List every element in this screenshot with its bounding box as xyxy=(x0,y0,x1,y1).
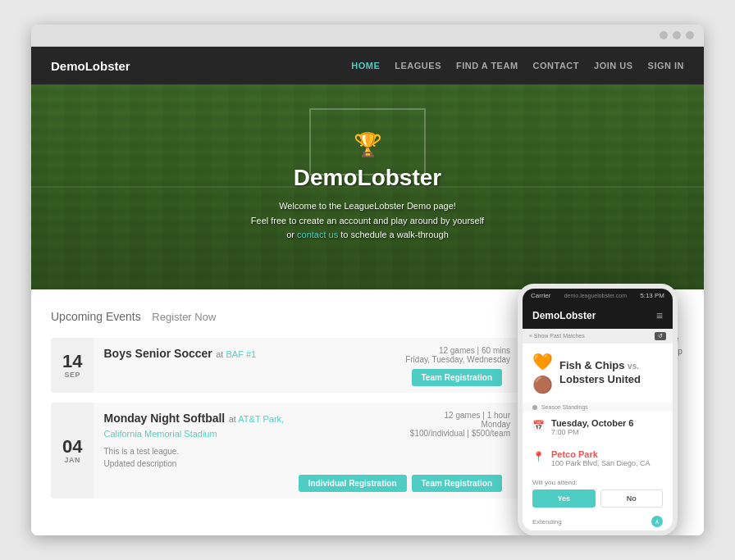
phone-attend-buttons: Yes No xyxy=(532,489,663,508)
nav-link-join[interactable]: JOIN US xyxy=(594,61,633,71)
phone-event-info: Tuesday, October 6 7:00 PM xyxy=(551,418,633,436)
browser-window: DemoLobster HOME LEAGUES FIND A TEAM CON… xyxy=(31,25,704,535)
browser-dot-2 xyxy=(673,31,681,39)
hero-section: 🏆 DemoLobster Welcome to the LeagueLobst… xyxy=(31,84,704,289)
event-1-header: Boys Senior Soccer at BAF #1 12 games | … xyxy=(103,346,510,364)
browser-dot-1 xyxy=(660,31,668,39)
nav-link-signin[interactable]: SIGN IN xyxy=(648,61,684,71)
phone-event-date-item: 📅 Tuesday, October 6 7:00 PM xyxy=(523,412,673,443)
hero-subtitle-line3: or contact us to schedule a walk-through xyxy=(251,228,484,243)
hero-trophy-icon: 🏆 xyxy=(354,131,382,158)
phone-attend-yes-button[interactable]: Yes xyxy=(532,489,596,508)
event-card-1: 14 SEP Boys Senior Soccer at BAF #1 12 g… xyxy=(51,338,520,393)
phone-match-teams: 🧡 🟤 Fish & Chips vs. Lobsters United xyxy=(532,352,663,394)
nav-link-contact[interactable]: CONTACT xyxy=(533,61,579,71)
events-section-title: Upcoming Events Register Now xyxy=(51,306,520,325)
hero-content: 🏆 DemoLobster Welcome to the LeagueLobst… xyxy=(31,84,704,289)
event-2-individual-reg-button[interactable]: Individual Registration xyxy=(299,475,407,492)
phone-match-header: « Show Past Matches ↺ xyxy=(523,329,673,344)
event-2-footer: Individual Registration Team Registratio… xyxy=(103,470,510,499)
event-date-2: 04 JAN xyxy=(51,403,94,499)
hero-title: DemoLobster xyxy=(294,165,441,191)
event-1-footer: Team Registration xyxy=(103,364,510,393)
event-2-team-reg-button[interactable]: Team Registration xyxy=(412,475,503,492)
event-1-meta: 12 games | 60 mins Friday, Tuesday, Wedn… xyxy=(405,346,510,364)
phone-extending-label: Extending xyxy=(532,518,562,526)
events-section-subtitle: Register Now xyxy=(152,311,216,323)
phone-shirt-2-icon: 🟤 xyxy=(532,375,553,394)
event-1-team-reg-button[interactable]: Team Registration xyxy=(412,369,503,386)
phone-logo: DemoLobster xyxy=(532,310,596,321)
phone-mockup: Carrier demo.leaguelobster.com 5:13 PM D… xyxy=(518,284,678,535)
nav-logo: DemoLobster xyxy=(51,59,130,73)
phone-past-matches-link[interactable]: « Show Past Matches xyxy=(529,333,585,339)
event-2-desc: This is a test league. Updated descripti… xyxy=(103,440,510,470)
phone-calendar-icon: 📅 xyxy=(532,420,545,431)
event-1-name-location: Boys Senior Soccer at BAF #1 xyxy=(103,346,256,361)
phone-attend-section: Will you attend: Yes No xyxy=(523,474,673,512)
event-2-name-location: Monday Night Softball at AT&T Park, Cali… xyxy=(103,411,284,440)
hero-contact-link[interactable]: contact us xyxy=(297,230,338,239)
browser-dots xyxy=(660,31,694,39)
event-2-meta: 12 games | 1 hour Monday $100/individual… xyxy=(410,411,510,438)
phone-match-card: 🧡 🟤 Fish & Chips vs. Lobsters United xyxy=(523,344,673,403)
phone-carrier: Carrier xyxy=(531,292,550,299)
event-2-header: Monday Night Softball at AT&T Park, Cali… xyxy=(103,411,510,440)
phone-chevron-icon[interactable]: ∧ xyxy=(651,516,663,527)
phone-team1: Fish & Chips vs. xyxy=(559,359,641,373)
phone-location-icon: 📍 xyxy=(532,451,545,462)
phone-location-info: Petco Park 100 Park Blvd, San Diego, CA xyxy=(551,449,651,467)
nav-links: HOME LEAGUES FIND A TEAM CONTACT JOIN US… xyxy=(351,61,684,71)
event-2-location2[interactable]: California Memorial Stadium xyxy=(103,429,217,439)
phone-team-shirts: 🧡 🟤 xyxy=(532,352,553,394)
phone-season-label: Season Standings xyxy=(523,403,673,412)
event-card-2: 04 JAN Monday Night Softball at AT&T Par… xyxy=(51,403,520,499)
phone-location-item: 📍 Petco Park 100 Park Blvd, San Diego, C… xyxy=(523,443,673,474)
hero-subtitle-line1: Welcome to the LeagueLobster Demo page! xyxy=(251,199,484,214)
navbar: DemoLobster HOME LEAGUES FIND A TEAM CON… xyxy=(31,47,704,84)
browser-dot-3 xyxy=(686,31,694,39)
phone-team-names: Fish & Chips vs. Lobsters United xyxy=(559,359,641,387)
browser-toolbar xyxy=(31,25,704,47)
phone-shirt-1-icon: 🧡 xyxy=(532,352,553,371)
phone-attend-no-button[interactable]: No xyxy=(600,489,664,508)
nav-link-home[interactable]: HOME xyxy=(351,61,380,71)
event-date-1: 14 SEP xyxy=(51,338,94,393)
event-1-location[interactable]: BAF #1 xyxy=(226,349,256,359)
event-2-location[interactable]: AT&T Park, xyxy=(238,414,284,424)
events-section: Upcoming Events Register Now 14 SEP Boys… xyxy=(51,306,520,519)
phone-hamburger-icon[interactable]: ≡ xyxy=(656,309,663,322)
phone-nav: DemoLobster ≡ xyxy=(523,303,673,329)
phone-url: demo.leaguelobster.com xyxy=(564,293,627,298)
phone-refresh-icon[interactable]: ↺ xyxy=(655,332,666,340)
nav-link-leagues[interactable]: LEAGUES xyxy=(395,61,441,71)
phone-status-bar: Carrier demo.leaguelobster.com 5:13 PM xyxy=(523,289,673,303)
hero-subtitle: Welcome to the LeagueLobster Demo page! … xyxy=(251,199,484,243)
hero-subtitle-line2: Feel free to create an account and play … xyxy=(251,214,484,229)
phone-extending-row: Extending ∧ xyxy=(523,512,673,530)
phone-content: « Show Past Matches ↺ 🧡 🟤 Fish & Chips v… xyxy=(523,329,673,530)
phone-time: 5:13 PM xyxy=(640,292,664,299)
nav-link-find-team[interactable]: FIND A TEAM xyxy=(456,61,518,71)
phone-team2: Lobsters United xyxy=(559,373,641,387)
